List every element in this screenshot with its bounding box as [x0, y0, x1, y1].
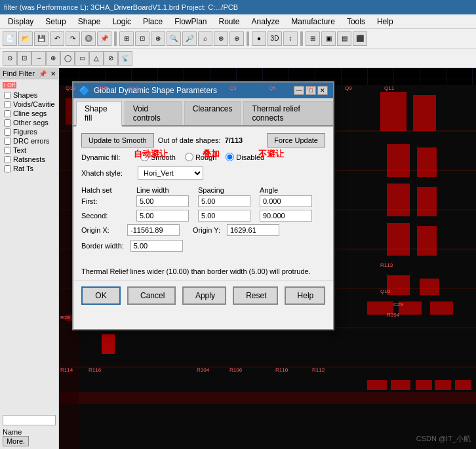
origin-y-input[interactable]: [227, 224, 279, 236]
tab-shape-fill[interactable]: Shape fill: [76, 101, 122, 127]
dialog-minimize-btn[interactable]: —: [294, 86, 304, 95]
redo-btn[interactable]: ↷: [66, 31, 80, 46]
dialog-maximize-btn[interactable]: □: [306, 86, 316, 95]
first-spacing-input[interactable]: [198, 195, 250, 207]
first-angle-input[interactable]: [260, 195, 312, 207]
toolbar-1: 📄 📂 💾 ↶ ↷ 🔘 📌 ⊞ ⊡ ⊕ 🔍 🔎 ⌕ ⊗ ⊕ ● 3D ↕ ⊞ ▣…: [0, 29, 476, 49]
text-checkbox[interactable]: [4, 147, 11, 154]
ratts-checkbox[interactable]: [4, 165, 11, 172]
figures-checkbox[interactable]: [4, 128, 11, 136]
sidebar-item-text: Text: [3, 146, 56, 155]
menu-shape[interactable]: Shape: [73, 16, 106, 28]
open-btn[interactable]: 📂: [18, 31, 33, 46]
watermark: CSDN @IT_小航: [416, 434, 471, 444]
t29-btn[interactable]: 📡: [118, 51, 132, 66]
xhatch-row: Xhatch style: Hori_Vert Hori Vert Diagon…: [81, 166, 325, 180]
second-linewidth-input[interactable]: [136, 210, 189, 222]
t22-btn[interactable]: ⊡: [17, 51, 31, 66]
force-update-button[interactable]: Force Update: [267, 133, 325, 147]
name-input[interactable]: [3, 415, 56, 425]
xhatch-select[interactable]: Hori_Vert Hori Vert Diagonal: [138, 166, 203, 180]
t2-btn[interactable]: 📌: [97, 31, 111, 46]
t27-btn[interactable]: △: [89, 51, 104, 66]
t15-btn[interactable]: ▣: [321, 31, 336, 46]
menu-place[interactable]: Place: [138, 16, 168, 28]
sidebar-pin[interactable]: 📌: [39, 70, 47, 77]
t11-btn[interactable]: ●: [252, 31, 266, 46]
t16-btn[interactable]: ▤: [337, 31, 351, 46]
origin-x-input[interactable]: [127, 224, 180, 236]
t26-btn[interactable]: ▭: [75, 51, 89, 66]
t28-btn[interactable]: ⊘: [104, 51, 118, 66]
radio-disabled[interactable]: Disabled: [226, 153, 264, 161]
dynamic-fill-label: Dynamic fill:: [81, 153, 134, 161]
off-label: I Off: [3, 82, 16, 88]
shapes-checkbox[interactable]: [4, 92, 11, 99]
shapes-label: Shapes: [13, 91, 37, 99]
menu-flowplan[interactable]: FlowPlan: [169, 16, 212, 28]
drc-checkbox[interactable]: [4, 138, 11, 145]
menu-bar: Display Setup Shape Logic Place FlowPlan…: [0, 14, 476, 29]
t3-btn[interactable]: ⊞: [119, 31, 134, 46]
voids-checkbox[interactable]: [4, 101, 11, 108]
border-width-input[interactable]: [130, 240, 183, 252]
t25-btn[interactable]: ◯: [60, 51, 75, 66]
ratsnests-checkbox[interactable]: [4, 156, 11, 163]
t6-btn[interactable]: 🔍: [167, 31, 181, 46]
t24-btn[interactable]: ⊕: [46, 51, 60, 66]
rough-radio[interactable]: [185, 153, 193, 161]
t17-btn[interactable]: ⬛: [353, 31, 367, 46]
t13-btn[interactable]: ↕: [283, 31, 298, 46]
second-angle-input[interactable]: [260, 210, 312, 222]
apply-button[interactable]: Apply: [182, 286, 226, 305]
reset-button[interactable]: Reset: [233, 286, 277, 305]
dialog-close-btn[interactable]: ✕: [317, 86, 328, 95]
toolbar-2: ⊙ ⊡ → ⊕ ◯ ▭ △ ⊘ 📡: [0, 49, 476, 68]
tab-clearances[interactable]: Clearances: [184, 101, 241, 125]
menu-help[interactable]: Help: [372, 16, 399, 28]
smooth-radio[interactable]: [140, 153, 149, 161]
menu-logic[interactable]: Logic: [107, 16, 136, 28]
save-btn[interactable]: 💾: [34, 31, 49, 46]
menu-analyze[interactable]: Analyze: [247, 16, 285, 28]
t7-btn[interactable]: 🔎: [182, 31, 197, 46]
t21-btn[interactable]: ⊙: [3, 51, 17, 66]
radio-rough[interactable]: Rough: [185, 153, 216, 161]
cancel-button[interactable]: Cancel: [127, 286, 176, 305]
tab-thermal-relief[interactable]: Thermal relief connects: [243, 101, 333, 125]
t1-btn[interactable]: 🔘: [81, 31, 96, 46]
t9-btn[interactable]: ⊗: [214, 31, 228, 46]
menu-display[interactable]: Display: [3, 16, 39, 28]
menu-setup[interactable]: Setup: [40, 16, 71, 28]
t10-btn[interactable]: ⊕: [229, 31, 244, 46]
menu-route[interactable]: Route: [214, 16, 245, 28]
name-label: Name: [3, 428, 22, 436]
t5-btn[interactable]: ⊕: [151, 31, 165, 46]
t8-btn[interactable]: ⌕: [198, 31, 212, 46]
dialog-content: Update to Smooth Out of date shapes: 7/1…: [73, 127, 333, 265]
other-checkbox[interactable]: [4, 119, 11, 127]
update-to-smooth-button[interactable]: Update to Smooth: [81, 133, 154, 147]
radio-smooth[interactable]: Smooth: [140, 153, 176, 161]
t23-btn[interactable]: →: [31, 51, 46, 66]
first-linewidth-input[interactable]: [136, 195, 189, 207]
undo-btn[interactable]: ↶: [50, 31, 64, 46]
more-button[interactable]: More.: [3, 436, 29, 446]
menu-manufacture[interactable]: Manufacture: [286, 16, 340, 28]
t4-btn[interactable]: ⊡: [135, 31, 149, 46]
sidebar-item-drc: DRC errors: [3, 136, 56, 146]
new-btn[interactable]: 📄: [3, 31, 17, 46]
sidebar-item-figures: Figures: [3, 127, 56, 136]
second-spacing-input[interactable]: [198, 210, 250, 222]
ok-button[interactable]: OK: [81, 286, 121, 305]
help-button[interactable]: Help: [285, 286, 325, 305]
dialog-buttons: OK Cancel Apply Reset Help: [73, 281, 333, 310]
t12-btn[interactable]: 3D: [268, 31, 282, 46]
tab-void-controls[interactable]: Void controls: [125, 101, 182, 125]
sidebar-close[interactable]: ✕: [50, 70, 56, 77]
origin-row: Origin X: Origin Y:: [81, 224, 325, 236]
menu-tools[interactable]: Tools: [342, 16, 370, 28]
cline-checkbox[interactable]: [4, 110, 11, 117]
t14-btn[interactable]: ⊞: [306, 31, 320, 46]
disabled-radio[interactable]: [226, 153, 234, 161]
